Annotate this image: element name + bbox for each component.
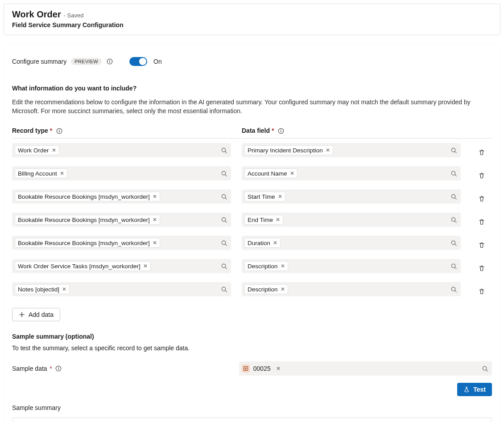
data-field-lookup[interactable]: Description ✕ [242,259,461,273]
record-type-tag: Bookable Resource Bookings [msdyn_workor… [15,238,160,248]
save-status: - Saved [64,12,84,19]
record-type-value: Bookable Resource Bookings [msdyn_workor… [18,217,150,223]
search-icon[interactable] [221,263,227,270]
info-icon[interactable] [55,365,62,372]
record-type-lookup[interactable]: Bookable Resource Bookings [msdyn_workor… [12,189,231,204]
data-field-lookup[interactable]: Description ✕ [242,282,461,296]
svg-rect-2 [109,61,110,63]
configure-summary-toggle[interactable] [129,57,147,66]
sample-data-lookup[interactable]: 00025 ✕ [239,361,492,376]
configure-summary-row: Configure summary PREVIEW On [12,57,492,66]
delete-row-icon[interactable] [478,195,485,202]
sample-summary-label: Sample summary [12,404,492,411]
search-icon[interactable] [450,263,457,270]
plus-icon [19,311,25,318]
svg-point-7 [281,130,281,131]
remove-tag-icon[interactable]: ✕ [143,263,148,269]
flask-icon [463,386,470,393]
sample-summary-heading: Sample summary (optional) [12,333,492,340]
data-field-lookup[interactable]: Account Name ✕ [242,166,461,180]
search-icon[interactable] [221,240,227,246]
remove-tag-icon[interactable]: ✕ [290,171,294,176]
delete-row-icon[interactable] [478,288,485,295]
delete-row-icon[interactable] [478,172,485,179]
remove-tag-icon[interactable]: ✕ [52,147,56,153]
record-type-column-header: Record type * [12,127,231,138]
info-icon[interactable] [56,127,63,135]
data-field-lookup[interactable]: Duration ✕ [242,236,461,250]
delete-row-icon[interactable] [478,218,485,225]
data-field-tag: Duration ✕ [244,238,281,248]
data-field-lookup[interactable]: Primary Incident Description ✕ [242,143,461,157]
sample-summary-description: To test the summary, select a specific r… [12,344,492,352]
delete-row-icon[interactable] [478,242,485,249]
record-type-value: Bookable Resource Bookings [msdyn_workor… [18,193,150,200]
remove-tag-icon[interactable]: ✕ [153,217,157,222]
search-icon[interactable] [450,240,457,246]
record-type-lookup[interactable]: Notes [objectid] ✕ [12,282,231,296]
record-type-tag: Work Order Service Tasks [msdyn_workorde… [15,261,151,271]
search-icon[interactable] [221,170,227,177]
record-type-tag: Bookable Resource Bookings [msdyn_workor… [15,192,160,201]
data-field-value: Account Name [248,170,287,177]
remove-tag-icon[interactable]: ✕ [62,287,66,292]
data-field-tag: Description ✕ [244,261,288,271]
svg-rect-25 [58,368,58,370]
search-icon[interactable] [221,217,227,223]
search-icon[interactable] [482,365,488,372]
remove-tag-icon[interactable]: ✕ [153,240,157,246]
remove-sample-record[interactable]: ✕ [276,366,281,371]
remove-tag-icon[interactable]: ✕ [281,287,285,292]
record-type-value: Notes [objectid] [18,286,59,293]
record-type-value: Work Order [18,147,49,154]
add-data-button[interactable]: Add data [12,308,60,321]
record-type-tag: Bookable Resource Bookings [msdyn_workor… [15,215,160,225]
search-icon[interactable] [450,217,457,223]
search-icon[interactable] [221,147,227,154]
search-icon[interactable] [221,193,227,200]
data-field-value: Duration [248,240,270,246]
record-type-value: Billing Account [18,170,57,177]
configure-summary-label: Configure summary [12,58,66,65]
sample-summary-box: The primary incident description for the… [12,418,492,422]
sample-data-value: 00025 [253,365,271,372]
search-icon[interactable] [221,286,227,293]
record-type-lookup[interactable]: Bookable Resource Bookings [msdyn_workor… [12,213,231,227]
info-icon[interactable] [106,58,113,65]
remove-tag-icon[interactable]: ✕ [278,194,282,199]
svg-point-24 [58,367,59,368]
data-field-value: End Time [248,217,273,223]
data-field-value: Description [248,286,278,293]
page-subtitle: Field Service Summary Configuration [12,21,492,29]
svg-point-1 [109,60,110,61]
record-type-lookup[interactable]: Bookable Resource Bookings [msdyn_workor… [12,236,231,250]
search-icon[interactable] [450,193,457,200]
test-button[interactable]: Test [457,383,492,396]
delete-row-icon[interactable] [478,265,485,272]
page-title: Work Order [12,9,61,20]
test-button-label: Test [473,386,486,393]
record-type-lookup[interactable]: Work Order ✕ [12,143,231,157]
record-type-lookup[interactable]: Work Order Service Tasks [msdyn_workorde… [12,259,231,273]
data-field-tag: End Time ✕ [244,215,283,225]
remove-tag-icon[interactable]: ✕ [326,147,330,153]
remove-tag-icon[interactable]: ✕ [281,263,285,269]
info-icon[interactable] [277,127,285,135]
search-icon[interactable] [450,147,457,154]
search-icon[interactable] [450,286,457,293]
record-type-value: Bookable Resource Bookings [msdyn_workor… [18,240,150,246]
remove-tag-icon[interactable]: ✕ [153,194,157,199]
delete-row-icon[interactable] [478,149,485,156]
preview-badge: PREVIEW [71,58,102,65]
data-field-lookup[interactable]: End Time ✕ [242,213,461,227]
svg-rect-8 [281,131,281,132]
remove-tag-icon[interactable]: ✕ [273,240,277,246]
main-content: Configure summary PREVIEW On What inform… [4,43,500,422]
remove-tag-icon[interactable]: ✕ [276,217,280,222]
search-icon[interactable] [450,170,457,177]
data-field-lookup[interactable]: Start Time ✕ [242,189,461,204]
record-type-lookup[interactable]: Billing Account ✕ [12,166,231,180]
include-heading: What information do you want to include? [12,85,492,92]
record-type-tag: Notes [objectid] ✕ [15,284,70,294]
remove-tag-icon[interactable]: ✕ [60,171,64,176]
